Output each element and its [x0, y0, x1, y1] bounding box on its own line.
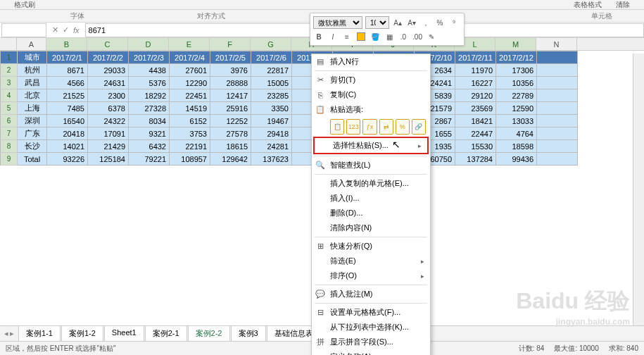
cell[interactable]: 15005 — [251, 77, 292, 89]
cell[interactable] — [537, 140, 578, 153]
cell[interactable]: 21525 — [47, 89, 88, 102]
cell[interactable]: 深圳 — [18, 115, 47, 127]
cell[interactable]: 22191 — [170, 140, 210, 153]
paste-formatting-icon[interactable]: % — [396, 119, 410, 135]
cell[interactable]: 2300 — [88, 89, 129, 102]
cell[interactable]: 24631 — [88, 77, 129, 89]
sheet-tab[interactable]: Sheet1 — [104, 325, 144, 342]
cell[interactable]: 10356 — [496, 77, 537, 89]
menu-cut[interactable]: ✂剪切(T) — [312, 73, 430, 87]
column-header[interactable]: N — [536, 38, 577, 50]
cell[interactable]: 11970 — [455, 64, 496, 77]
cell[interactable]: 9321 — [129, 127, 170, 140]
column-header[interactable]: E — [169, 38, 210, 50]
font-color-icon[interactable] — [355, 31, 367, 42]
cell[interactable]: 20418 — [47, 127, 88, 140]
cell[interactable]: 99436 — [496, 153, 537, 166]
cell[interactable]: 17091 — [88, 127, 129, 140]
cell[interactable]: 125184 — [88, 153, 129, 166]
cell[interactable]: 16540 — [47, 115, 88, 127]
cell[interactable]: 18598 — [496, 140, 537, 153]
cell[interactable]: 4566 — [47, 77, 88, 89]
cell[interactable]: 129642 — [210, 153, 251, 166]
menu-format-cells[interactable]: ⊟设置单元格格式(F)... — [312, 305, 430, 320]
column-header[interactable]: M — [495, 38, 536, 50]
select-all[interactable] — [0, 38, 17, 50]
paste-transpose-icon[interactable]: ⇄ — [379, 119, 393, 135]
cell[interactable]: 108957 — [170, 153, 210, 166]
cell[interactable]: 7485 — [47, 102, 88, 115]
cell[interactable]: 8034 — [129, 115, 170, 127]
sheet-tab[interactable]: 案例1-1 — [18, 325, 61, 342]
percent-icon[interactable]: % — [434, 17, 446, 28]
cell[interactable]: Total — [18, 153, 47, 166]
menu-quick-analysis[interactable]: ⊞快速分析(Q) — [312, 239, 430, 254]
cell[interactable]: 13033 — [496, 115, 537, 127]
size-select[interactable]: 10 — [365, 16, 389, 29]
cell[interactable]: 16227 — [455, 77, 496, 89]
column-header[interactable]: B — [46, 38, 87, 50]
cell[interactable]: 18615 — [210, 140, 251, 153]
cell[interactable]: 2017/2/5 — [210, 51, 251, 64]
menu-smart-lookup[interactable]: 🔍智能查找(L) — [312, 158, 430, 173]
cell[interactable]: 6432 — [129, 140, 170, 153]
sheet-tab[interactable]: 案例2-1 — [145, 325, 187, 342]
italic-icon[interactable]: I — [327, 31, 339, 42]
cell[interactable]: 14021 — [47, 140, 88, 153]
menu-delete[interactable]: 删除(D)... — [312, 206, 430, 220]
column-header[interactable]: D — [128, 38, 169, 50]
cell[interactable]: 2017/2/2 — [88, 51, 129, 64]
column-header[interactable]: C — [87, 38, 128, 50]
column-header[interactable]: G — [251, 38, 291, 50]
cell[interactable]: 6378 — [88, 102, 129, 115]
cell[interactable]: 武昌 — [18, 77, 47, 89]
cell[interactable] — [537, 153, 578, 166]
cell[interactable]: 25916 — [210, 102, 251, 115]
cell[interactable]: 22789 — [496, 89, 537, 102]
cell[interactable]: 长沙 — [18, 140, 47, 153]
cell[interactable]: 15530 — [455, 140, 496, 153]
cell[interactable]: 14519 — [170, 102, 210, 115]
cell[interactable]: 3976 — [210, 64, 251, 77]
cell[interactable]: 22817 — [251, 64, 292, 77]
cell[interactable]: 3753 — [170, 127, 210, 140]
cell[interactable] — [537, 51, 578, 64]
cell[interactable] — [537, 77, 578, 89]
cell[interactable]: 24322 — [88, 115, 129, 127]
cell[interactable]: 19467 — [251, 115, 292, 127]
format-icon[interactable]: ✎ — [426, 31, 437, 42]
align-icon[interactable]: ≡ — [341, 31, 353, 42]
vertical-scrollbar[interactable] — [633, 54, 644, 325]
sheet-tab[interactable]: 案例2-2 — [188, 325, 230, 342]
font-select[interactable]: 微软雅黑 — [313, 16, 362, 29]
cell[interactable]: 6152 — [170, 115, 210, 127]
menu-insert-n-rows[interactable]: ▤插入N行 — [312, 54, 430, 69]
column-header[interactable]: F — [210, 38, 251, 50]
cell[interactable]: 4438 — [129, 64, 170, 77]
menu-paste-special[interactable]: 选择性粘贴(S)...▸ — [315, 138, 427, 153]
menu-pick-list[interactable]: 从下拉列表中选择(K)... — [312, 320, 430, 335]
clear[interactable]: 清除 — [616, 0, 630, 10]
cell[interactable]: 2017/2/12 — [496, 51, 537, 64]
cell[interactable]: 4764 — [496, 127, 537, 140]
border-icon[interactable]: ▦ — [384, 31, 395, 42]
cell[interactable]: 3350 — [251, 102, 292, 115]
cell[interactable] — [537, 102, 578, 115]
menu-copy[interactable]: ⎘复制(C) — [312, 87, 430, 102]
decimal-dec-icon[interactable]: .00 — [412, 31, 423, 42]
paste-link-icon[interactable]: 🔗 — [412, 119, 426, 135]
table-format[interactable]: 表格格式 — [574, 0, 602, 10]
cell[interactable]: 21429 — [88, 140, 129, 153]
row-header[interactable]: 9 — [1, 153, 18, 166]
row-header[interactable]: 2 — [1, 64, 18, 77]
row-header[interactable]: 1 — [1, 51, 18, 64]
cell[interactable]: 2017/2/3 — [129, 51, 170, 64]
sheet-tab[interactable]: 案例3 — [231, 325, 266, 342]
cell[interactable] — [537, 127, 578, 140]
row-header[interactable]: 5 — [1, 102, 18, 115]
cell[interactable]: 23285 — [251, 89, 292, 102]
menu-define-name[interactable]: 定义名称(A)... — [312, 349, 430, 355]
paste-values-icon[interactable]: 123 — [346, 119, 360, 135]
menu-sort[interactable]: 排序(O)▸ — [312, 268, 430, 283]
cell[interactable]: 27578 — [210, 127, 251, 140]
